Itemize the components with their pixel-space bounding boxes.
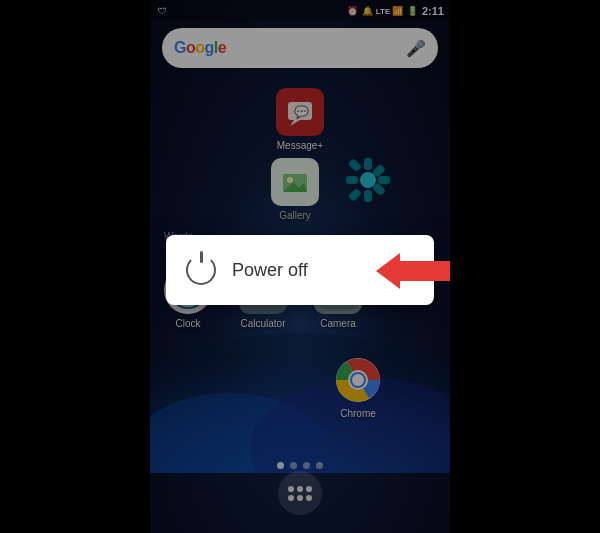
phone-screen: 🛡 ⏰ 🔔 LTE 📶 🔋 2:11 Google 🎤 💬: [150, 0, 450, 533]
power-icon: [186, 255, 216, 285]
power-off-label: Power off: [232, 260, 308, 281]
arrow-head: [376, 253, 400, 289]
red-arrow: [376, 253, 450, 289]
arrow-body: [400, 261, 450, 281]
